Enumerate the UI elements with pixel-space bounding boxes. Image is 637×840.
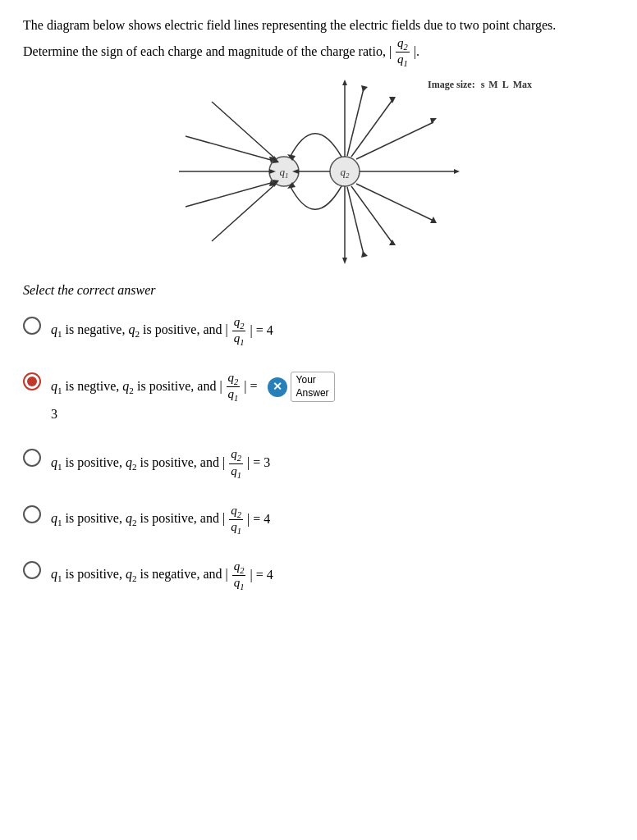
option-5[interactable]: q1 is positive, q2 is negative, and | q2… [23,559,614,592]
radio-5[interactable] [23,561,41,579]
radio-1[interactable] [23,317,41,335]
question-intro: The diagram below shows electric field l… [23,18,556,57]
option-5-text: q1 is positive, q2 is negative, and | q2… [51,559,273,592]
option-3[interactable]: q1 is positive, q2 is positive, and | q2… [23,447,614,480]
image-area: Image size: s M L Max q1 q2 [105,77,532,266]
image-size-text: Image size: [428,79,475,90]
option-2-text: q1 is negtive, q2 is positive, and | q2 … [51,371,335,425]
options-list: q1 is negative, q2 is positive, and | q2… [23,315,614,592]
option-3-text: q1 is positive, q2 is positive, and | q2… [51,447,270,480]
radio-2[interactable] [23,372,41,390]
option-2-line1: q1 is negtive, q2 is positive, and | q2 … [51,371,335,404]
your-answer-badge: ✕ YourAnswer [268,372,335,402]
charge-ratio-fraction: q2 q1 [396,36,410,69]
option-2[interactable]: q1 is negtive, q2 is positive, and | q2 … [23,371,614,425]
your-answer-label: YourAnswer [291,372,335,402]
question-text: The diagram below shows electric field l… [23,15,614,69]
option-4-text: q1 is positive, q2 is positive, and | q2… [51,504,270,536]
option-4[interactable]: q1 is positive, q2 is positive, and | q2… [23,504,614,536]
option-1-text: q1 is negative, q2 is positive, and | q2… [51,315,273,348]
field-diagram: q1 q2 [163,77,474,266]
option-1[interactable]: q1 is negative, q2 is positive, and | q2… [23,315,614,348]
x-circle-icon: ✕ [268,377,287,397]
image-size-label: Image size: s M L Max [428,77,532,92]
size-max[interactable]: Max [513,79,532,90]
option-2-line2: 3 [51,404,335,425]
select-label: Select the correct answer [23,281,614,300]
size-s[interactable]: s [481,79,485,90]
size-m[interactable]: M [488,79,497,90]
radio-3[interactable] [23,449,41,467]
size-l[interactable]: L [502,79,509,90]
abs-bar-left: | [389,43,392,57]
radio-inner-2 [27,377,37,386]
abs-bar-right: |. [414,43,419,57]
radio-4[interactable] [23,505,41,523]
